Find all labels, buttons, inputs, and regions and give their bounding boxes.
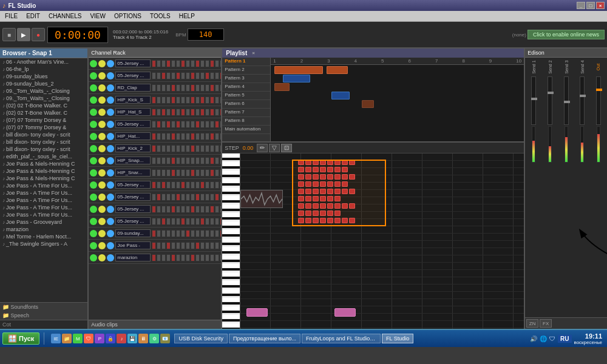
step-9-10[interactable]: [200, 169, 205, 177]
note-block-37[interactable]: [349, 189, 355, 194]
step-12-7[interactable]: [186, 206, 190, 213]
step-8-11[interactable]: [205, 157, 209, 164]
step-5-7[interactable]: [186, 121, 190, 128]
step-16-7[interactable]: [186, 254, 190, 261]
step-16-6[interactable]: [181, 254, 185, 261]
fader-2[interactable]: [548, 76, 552, 125]
note-block-2[interactable]: [313, 160, 319, 165]
step-13-7[interactable]: [186, 218, 190, 225]
step-4-8[interactable]: [191, 109, 195, 116]
menu-item-tools[interactable]: TOOLS: [146, 12, 174, 20]
step-6-11[interactable]: [205, 133, 209, 140]
step-6-6[interactable]: [181, 133, 185, 140]
step-8-4[interactable]: [171, 157, 175, 164]
step-12-8[interactable]: [191, 206, 195, 213]
step-7-7[interactable]: [186, 145, 190, 152]
ch-solo-btn-14[interactable]: [98, 230, 106, 237]
ch-mute-btn-13[interactable]: [90, 218, 97, 225]
note-block-48[interactable]: [327, 203, 333, 209]
step-5-14[interactable]: [220, 121, 221, 128]
step-15-5[interactable]: [176, 242, 180, 249]
ch-mute-btn-15[interactable]: [90, 242, 97, 249]
menu-item-help[interactable]: HELP: [175, 12, 198, 20]
browser-item-4[interactable]: ♪09._Tom_Waits_-_Closing: [0, 87, 87, 95]
step-6-3[interactable]: [166, 133, 171, 140]
note-block-23[interactable]: [298, 181, 304, 187]
step-14-1[interactable]: [157, 230, 161, 237]
step-0-9[interactable]: [195, 60, 200, 67]
step-0-12[interactable]: [210, 60, 214, 67]
note-block-49[interactable]: [334, 203, 341, 209]
step-8-3[interactable]: [166, 157, 171, 164]
step-6-10[interactable]: [200, 133, 205, 140]
step-7-8[interactable]: [191, 145, 195, 152]
note-block-34[interactable]: [327, 189, 333, 194]
browser-item-23[interactable]: ♪marazion: [0, 226, 87, 233]
step-5-4[interactable]: [171, 121, 175, 128]
note-block-19[interactable]: [327, 174, 333, 180]
step-7-9[interactable]: [195, 145, 200, 152]
fader-3[interactable]: [564, 76, 569, 125]
online-news-btn[interactable]: Click to enable online news: [527, 30, 605, 39]
pattern-name-4[interactable]: Pattern 5: [222, 92, 270, 100]
note-block-4[interactable]: [327, 160, 333, 165]
step-11-10[interactable]: [200, 194, 205, 201]
taskbar-icon-8[interactable]: 💾: [127, 334, 137, 343]
step-11-9[interactable]: [195, 194, 200, 201]
note-block-63[interactable]: [334, 218, 341, 223]
ch-solo-btn-16[interactable]: [98, 254, 106, 261]
note-block-55[interactable]: [320, 211, 326, 216]
note-block-42[interactable]: [327, 196, 333, 201]
step-1-0[interactable]: [152, 72, 156, 79]
note-block-15[interactable]: [298, 174, 304, 180]
step-1-4[interactable]: [171, 72, 175, 79]
note-block-35[interactable]: [334, 189, 341, 194]
browser-item-1[interactable]: ♪06-the_lp: [0, 66, 87, 73]
step-5-12[interactable]: [210, 121, 214, 128]
step-8-14[interactable]: [220, 157, 221, 164]
note-block-10[interactable]: [313, 167, 319, 172]
step-13-4[interactable]: [171, 218, 175, 225]
step-15-9[interactable]: [195, 242, 200, 249]
step-8-2[interactable]: [161, 157, 166, 164]
note-block-7[interactable]: [349, 160, 355, 165]
menu-item-file[interactable]: FILE: [1, 12, 21, 20]
browser-item-18[interactable]: ♪Joe Pass - A Time For Us...: [0, 189, 87, 197]
taskbar-icon-7[interactable]: ♪: [117, 334, 126, 343]
step-12-12[interactable]: [210, 206, 214, 213]
step-1-12[interactable]: [210, 72, 214, 79]
step-4-10[interactable]: [200, 109, 205, 116]
step-1-2[interactable]: [161, 72, 166, 79]
note-block-28[interactable]: [334, 181, 341, 187]
step-11-3[interactable]: [166, 194, 171, 201]
ch-solo-btn-15[interactable]: [98, 242, 106, 249]
taskbar-icon-5[interactable]: P: [95, 334, 104, 343]
note-block-14[interactable]: [342, 167, 348, 172]
step-8-7[interactable]: [186, 157, 190, 164]
step-12-9[interactable]: [195, 206, 200, 213]
note-block-43[interactable]: [334, 196, 341, 201]
ch-fx-btn-13[interactable]: [107, 218, 114, 225]
browser-item-9[interactable]: ♪(07) 07 Tommy Dorsey &: [0, 124, 87, 131]
note-block-64[interactable]: [342, 218, 348, 223]
step-8-10[interactable]: [200, 157, 205, 164]
ch-mute-btn-6[interactable]: [90, 133, 97, 140]
ch-mute-btn-12[interactable]: [90, 206, 97, 213]
ch-fx-btn-6[interactable]: [107, 133, 114, 140]
note-block-32[interactable]: [313, 189, 319, 194]
step-12-11[interactable]: [205, 206, 209, 213]
step-12-0[interactable]: [152, 206, 156, 213]
fx-btn-1[interactable]: ZN: [526, 319, 538, 328]
step-15-12[interactable]: [210, 242, 214, 249]
step-9-1[interactable]: [157, 169, 161, 177]
step-14-14[interactable]: [220, 230, 221, 237]
step-9-6[interactable]: [181, 169, 185, 177]
note-block-62[interactable]: [327, 218, 333, 223]
step-1-6[interactable]: [181, 72, 185, 79]
step-0-10[interactable]: [200, 60, 205, 67]
browser-item-13[interactable]: ♪edith_piaf_-_sous_le_ciel...: [0, 153, 87, 160]
step-10-6[interactable]: [181, 181, 185, 189]
step-7-4[interactable]: [171, 145, 175, 152]
browser-item-14[interactable]: ♪Joe Pass & Niels-Henning C: [0, 160, 87, 167]
taskbar-item-0[interactable]: USB Disk Security: [174, 334, 228, 343]
